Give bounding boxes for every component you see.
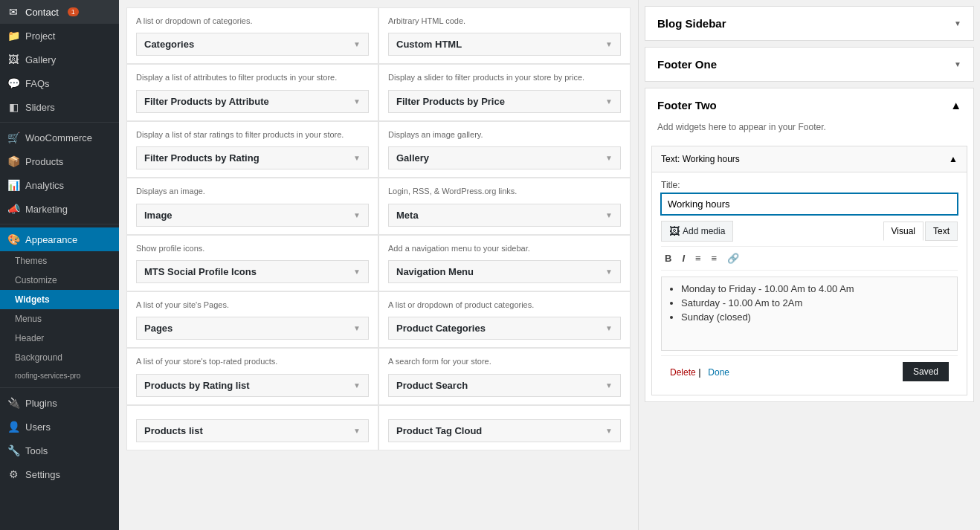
sidebar-item-tools[interactable]: 🔧 Tools xyxy=(0,439,119,462)
separator: | xyxy=(698,366,703,378)
contact-badge: 1 xyxy=(68,7,79,16)
title-input[interactable] xyxy=(661,193,958,215)
widget-cell: Displays an image gallery. Gallery ▼ xyxy=(378,121,631,178)
sidebar-item-analytics[interactable]: 📊 Analytics xyxy=(0,173,119,197)
sidebar-item-customize[interactable]: Customize xyxy=(0,271,119,290)
italic-button[interactable]: I xyxy=(678,251,689,265)
appearance-arrow xyxy=(108,236,112,243)
widget-desc: A list of your store's top-rated product… xyxy=(136,356,369,367)
sidebar-item-roofing[interactable]: roofing-services-pro xyxy=(0,367,119,384)
widget-dropdown[interactable]: Filter Products by Rating ▼ xyxy=(136,146,369,169)
widget-dropdown[interactable]: Products by Rating list ▼ xyxy=(136,374,369,397)
footer-two-subtitle: Add widgets here to appear in your Foote… xyxy=(645,122,973,140)
widget-cell: A list of your site's Pages. Pages ▼ xyxy=(126,291,378,348)
footer-two-header[interactable]: Footer Two ▲ xyxy=(645,88,973,122)
right-panel: Blog Sidebar ▼ Footer One ▼ Footer Two ▲… xyxy=(638,0,980,530)
chevron-down-icon: ▼ xyxy=(353,211,361,219)
widget-dropdown[interactable]: Image ▼ xyxy=(136,204,369,227)
widget-desc: Add a navigation menu to your sidebar. xyxy=(388,243,621,254)
widget-dropdown[interactable]: Navigation Menu ▼ xyxy=(388,260,621,283)
toolbar-row: 🖼 Add media Visual Text xyxy=(661,221,958,242)
chevron-up-icon: ▲ xyxy=(950,99,961,112)
delete-link[interactable]: Delete xyxy=(670,367,696,378)
widget-desc: Display a slider to filter products in y… xyxy=(388,72,621,83)
done-link[interactable]: Done xyxy=(708,367,729,378)
widget-cell: Login, RSS, & WordPress.org links. Meta … xyxy=(378,178,631,234)
woocommerce-icon: 🛒 xyxy=(7,132,19,143)
sidebar-item-themes[interactable]: Themes xyxy=(0,251,119,271)
sidebar-item-marketing[interactable]: 📣 Marketing xyxy=(0,197,119,221)
text-tab[interactable]: Text xyxy=(925,222,958,241)
sidebar-item-sliders[interactable]: ◧ Sliders xyxy=(0,95,119,119)
widget-desc: A list of your site's Pages. xyxy=(136,300,369,311)
widget-dropdown[interactable]: MTS Social Profile Icons ▼ xyxy=(136,260,369,283)
ordered-list-button[interactable]: ≡ xyxy=(708,251,721,265)
add-media-button[interactable]: 🖼 Add media xyxy=(661,221,733,242)
widget-dropdown[interactable]: Product Tag Cloud ▼ xyxy=(388,419,621,442)
link-button[interactable]: 🔗 xyxy=(723,251,743,265)
sidebar-item-project[interactable]: 📁 Project xyxy=(0,24,119,48)
faqs-icon: 💬 xyxy=(7,77,19,89)
chevron-down-icon: ▼ xyxy=(353,268,361,276)
widget-cell: Product Tag Cloud ▼ xyxy=(378,405,631,450)
widget-dropdown[interactable]: Product Categories ▼ xyxy=(388,317,621,340)
widget-dropdown[interactable]: Filter Products by Price ▼ xyxy=(388,90,621,113)
widget-desc: Display a list of star ratings to filter… xyxy=(136,129,369,140)
tools-icon: 🔧 xyxy=(7,445,19,456)
widget-dropdown[interactable]: Custom HTML ▼ xyxy=(388,33,621,56)
widget-desc: Displays an image. xyxy=(136,186,369,197)
chevron-down-icon: ▼ xyxy=(605,154,613,162)
sidebar-item-woocommerce[interactable]: 🛒 WooCommerce xyxy=(0,126,119,149)
chevron-down-icon: ▼ xyxy=(353,40,361,48)
widget-cell: Add a navigation menu to your sidebar. N… xyxy=(378,235,631,291)
widget-dropdown[interactable]: Products list ▼ xyxy=(136,419,369,442)
text-widget: Text: Working hours ▲ Title: 🖼 Add media… xyxy=(651,146,967,395)
sidebar: ✉ Contact 1 📁 Project 🖼 Gallery 💬 FAQs ◧… xyxy=(0,0,119,530)
content-area: Monday to Friday - 10.00 Am to 4.00 Am S… xyxy=(661,277,958,351)
saved-button[interactable]: Saved xyxy=(903,362,949,381)
sidebar-item-background[interactable]: Background xyxy=(0,348,119,367)
blog-sidebar-header[interactable]: Blog Sidebar ▼ xyxy=(645,7,973,40)
unordered-list-button[interactable]: ≡ xyxy=(692,251,705,265)
sidebar-item-header[interactable]: Header xyxy=(0,329,119,348)
chevron-down-icon: ▼ xyxy=(605,211,613,219)
sidebar-item-users[interactable]: 👤 Users xyxy=(0,415,119,439)
widget-cell: Display a slider to filter products in y… xyxy=(378,64,631,120)
footer-one-block: Footer One ▼ xyxy=(645,47,974,82)
sidebar-item-contact[interactable]: ✉ Contact 1 xyxy=(0,0,119,24)
divider2 xyxy=(0,224,119,224)
sidebar-item-widgets[interactable]: Widgets xyxy=(0,290,119,309)
widget-cell: A search form for your store. Product Se… xyxy=(378,348,631,404)
widget-cell: Arbitrary HTML code. Custom HTML ▼ xyxy=(378,7,631,64)
widget-dropdown[interactable]: Gallery ▼ xyxy=(388,146,621,169)
add-media-icon: 🖼 xyxy=(669,225,680,237)
widget-dropdown[interactable]: Filter Products by Attribute ▼ xyxy=(136,90,369,113)
format-toolbar: B I ≡ ≡ 🔗 xyxy=(661,246,958,271)
widget-cell: Products list ▼ xyxy=(126,405,378,450)
title-label: Title: xyxy=(661,180,958,190)
widget-cell: Display a list of star ratings to filter… xyxy=(126,121,378,178)
analytics-icon: 📊 xyxy=(7,179,19,191)
bold-button[interactable]: B xyxy=(661,251,675,265)
widget-desc: A list or dropdown of product categories… xyxy=(388,300,621,311)
widget-desc: Display a list of attributes to filter p… xyxy=(136,72,369,83)
sidebar-item-appearance[interactable]: 🎨 Appearance xyxy=(0,227,119,251)
sidebar-item-plugins[interactable]: 🔌 Plugins xyxy=(0,391,119,415)
sidebar-item-gallery[interactable]: 🖼 Gallery xyxy=(0,48,119,71)
chevron-down-icon: ▼ xyxy=(605,324,613,332)
widget-dropdown[interactable]: Meta ▼ xyxy=(388,204,621,227)
sidebar-item-menus[interactable]: Menus xyxy=(0,309,119,329)
visual-tab[interactable]: Visual xyxy=(883,222,923,241)
divider xyxy=(0,122,119,123)
text-widget-header[interactable]: Text: Working hours ▲ xyxy=(652,146,967,172)
sidebar-item-settings[interactable]: ⚙ Settings xyxy=(0,462,119,486)
widget-dropdown[interactable]: Product Search ▼ xyxy=(388,374,621,397)
list-item: Sunday (closed) xyxy=(681,311,951,323)
chevron-down-icon: ▼ xyxy=(954,19,961,28)
sidebar-item-products[interactable]: 📦 Products xyxy=(0,149,119,173)
footer-one-header[interactable]: Footer One ▼ xyxy=(645,48,973,81)
widget-desc: Displays an image gallery. xyxy=(388,129,621,140)
widget-dropdown[interactable]: Categories ▼ xyxy=(136,33,369,56)
sidebar-item-faqs[interactable]: 💬 FAQs xyxy=(0,71,119,95)
widget-dropdown[interactable]: Pages ▼ xyxy=(136,317,369,340)
